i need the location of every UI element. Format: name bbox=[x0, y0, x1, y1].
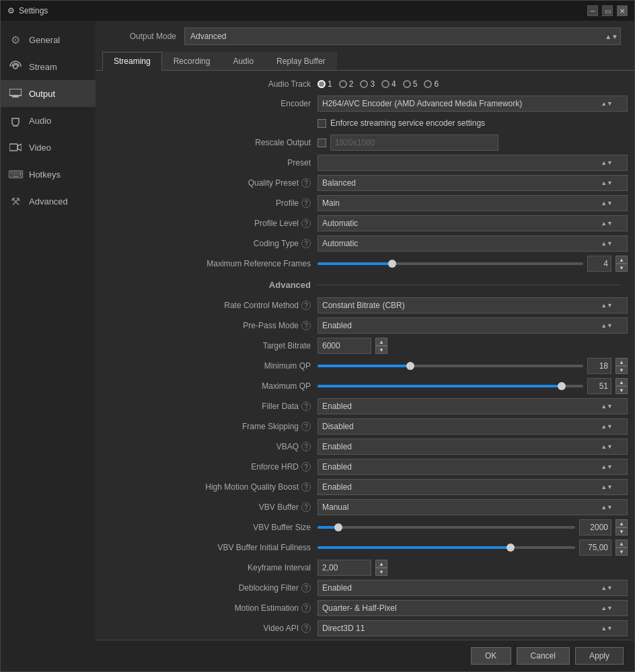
max-qp-input[interactable] bbox=[587, 378, 611, 394]
close-button[interactable]: ✕ bbox=[617, 5, 628, 16]
sidebar-item-output[interactable]: Output bbox=[1, 80, 96, 107]
vbv-buffer-initial-down[interactable]: ▼ bbox=[615, 548, 628, 556]
sidebar-item-general[interactable]: ⚙ General bbox=[1, 26, 96, 53]
encoder-select[interactable]: H264/AVC Encoder (AMD Advanced Media Fra… bbox=[318, 96, 628, 112]
enforce-streaming-checkbox[interactable] bbox=[318, 119, 326, 128]
radio-2[interactable] bbox=[339, 80, 347, 88]
filler-data-help[interactable]: ? bbox=[301, 402, 311, 411]
preset-select[interactable] bbox=[318, 155, 628, 171]
rescale-output-label: Rescale Output bbox=[96, 138, 318, 147]
keyframe-interval-down[interactable]: ▼ bbox=[375, 568, 387, 576]
max-qp-track[interactable] bbox=[318, 385, 583, 387]
sidebar-item-video[interactable]: Video bbox=[1, 134, 96, 161]
vbv-buffer-initial-thumb[interactable] bbox=[507, 544, 515, 552]
filler-data-select[interactable]: Enabled Disabled bbox=[318, 398, 628, 414]
vbv-buffer-size-thumb[interactable] bbox=[334, 523, 342, 531]
sidebar-item-hotkeys[interactable]: ⌨ Hotkeys bbox=[1, 161, 96, 188]
motion-estimation-help[interactable]: ? bbox=[301, 603, 311, 613]
vbv-buffer-size-input[interactable] bbox=[579, 519, 611, 535]
sidebar-label-output: Output bbox=[29, 89, 55, 99]
apply-button[interactable]: Apply bbox=[575, 647, 624, 665]
vbv-buffer-size-down[interactable]: ▼ bbox=[615, 527, 628, 535]
vbv-buffer-initial-up[interactable]: ▲ bbox=[615, 539, 628, 548]
keyframe-interval-input[interactable] bbox=[318, 560, 371, 576]
rescale-output-checkbox[interactable] bbox=[318, 139, 326, 147]
min-qp-input[interactable] bbox=[587, 358, 611, 374]
track-4[interactable]: 4 bbox=[381, 79, 396, 89]
sidebar-item-advanced[interactable]: ⚒ Advanced bbox=[1, 188, 96, 215]
track-5[interactable]: 5 bbox=[403, 79, 418, 89]
deblocking-filter-help[interactable]: ? bbox=[301, 583, 311, 593]
min-qp-track[interactable] bbox=[318, 365, 583, 367]
quality-preset-select[interactable]: Balanced Speed Quality bbox=[318, 175, 628, 191]
vbaq-help[interactable]: ? bbox=[301, 442, 311, 451]
vbv-buffer-initial-track[interactable] bbox=[318, 546, 575, 549]
vbv-buffer-initial-input[interactable] bbox=[579, 539, 611, 556]
tab-recording[interactable]: Recording bbox=[162, 52, 222, 70]
pre-pass-help[interactable]: ? bbox=[301, 321, 311, 330]
coding-type-select[interactable]: Automatic bbox=[318, 235, 628, 252]
frame-skipping-help[interactable]: ? bbox=[301, 422, 311, 431]
ok-button[interactable]: OK bbox=[471, 647, 511, 665]
radio-1[interactable] bbox=[318, 80, 326, 88]
max-ref-frames-track[interactable] bbox=[318, 262, 583, 265]
profile-level-help[interactable]: ? bbox=[301, 219, 311, 228]
high-motion-help[interactable]: ? bbox=[301, 482, 311, 492]
radio-5[interactable] bbox=[403, 80, 411, 88]
max-ref-frames-thumb[interactable] bbox=[388, 260, 396, 268]
track-2[interactable]: 2 bbox=[339, 79, 354, 89]
radio-4[interactable] bbox=[381, 80, 389, 88]
maximize-button[interactable]: ▭ bbox=[602, 5, 613, 16]
coding-type-help[interactable]: ? bbox=[301, 239, 311, 248]
rescale-output-select[interactable]: 1920x1080 bbox=[330, 135, 498, 151]
vbv-buffer-select[interactable]: Manual Auto bbox=[318, 499, 628, 515]
minimize-button[interactable]: ─ bbox=[587, 5, 598, 16]
target-bitrate-input[interactable] bbox=[318, 338, 371, 354]
rate-control-select[interactable]: Constant Bitrate (CBR) Variable Bitrate … bbox=[318, 297, 628, 313]
track-6[interactable]: 6 bbox=[424, 79, 439, 89]
max-ref-frames-down[interactable]: ▼ bbox=[615, 264, 628, 272]
profile-help[interactable]: ? bbox=[301, 198, 311, 208]
video-api-select[interactable]: Direct3D 11 Direct3D 12 bbox=[318, 620, 628, 636]
profile-select[interactable]: Main High Baseline bbox=[318, 195, 628, 211]
vbv-buffer-size-track[interactable] bbox=[318, 526, 575, 529]
sidebar-item-audio[interactable]: Audio bbox=[1, 107, 96, 134]
pre-pass-select[interactable]: Enabled Disabled bbox=[318, 318, 628, 334]
min-qp-thumb[interactable] bbox=[406, 362, 414, 370]
vbaq-select[interactable]: Enabled Disabled bbox=[318, 439, 628, 455]
track-1[interactable]: 1 bbox=[318, 79, 332, 89]
cancel-button[interactable]: Cancel bbox=[517, 647, 570, 665]
min-qp-down[interactable]: ▼ bbox=[615, 366, 628, 374]
max-ref-frames-up[interactable]: ▲ bbox=[615, 256, 628, 264]
tab-streaming[interactable]: Streaming bbox=[102, 52, 162, 71]
min-qp-up[interactable]: ▲ bbox=[615, 358, 628, 366]
high-motion-select[interactable]: Enabled Disabled bbox=[318, 479, 628, 495]
deblocking-filter-select[interactable]: Enabled Disabled bbox=[318, 580, 628, 596]
track-3[interactable]: 3 bbox=[360, 79, 375, 89]
motion-estimation-select[interactable]: Quarter- & Half-Pixel Half-Pixel Full-Pi… bbox=[318, 600, 628, 616]
max-qp-thumb[interactable] bbox=[558, 382, 566, 390]
frame-skipping-select[interactable]: Disabled Enabled bbox=[318, 418, 628, 435]
tab-replay-buffer[interactable]: Replay Buffer bbox=[265, 52, 337, 70]
enforce-hrd-help[interactable]: ? bbox=[301, 462, 311, 472]
target-bitrate-down[interactable]: ▼ bbox=[375, 346, 387, 354]
radio-3[interactable] bbox=[360, 80, 368, 88]
vbv-buffer-help[interactable]: ? bbox=[301, 502, 311, 512]
max-qp-down[interactable]: ▼ bbox=[615, 386, 628, 394]
output-mode-select[interactable]: Advanced Simple bbox=[184, 28, 621, 45]
rate-control-help[interactable]: ? bbox=[301, 301, 311, 310]
vbv-buffer-size-up[interactable]: ▲ bbox=[615, 519, 628, 527]
profile-level-select[interactable]: Automatic bbox=[318, 215, 628, 231]
quality-preset-help[interactable]: ? bbox=[301, 178, 311, 188]
keyframe-interval-up[interactable]: ▲ bbox=[375, 560, 387, 568]
enforce-hrd-select[interactable]: Enabled Disabled bbox=[318, 459, 628, 475]
settings-scroll[interactable]: Audio Track 1 2 bbox=[96, 71, 634, 640]
vbaq-row: VBAQ ? Enabled Disabled ▲▼ bbox=[96, 437, 634, 457]
sidebar-item-stream[interactable]: Stream bbox=[1, 53, 96, 80]
max-qp-up[interactable]: ▲ bbox=[615, 378, 628, 386]
radio-6[interactable] bbox=[424, 80, 432, 88]
tab-audio[interactable]: Audio bbox=[221, 52, 265, 70]
max-ref-frames-input[interactable] bbox=[587, 256, 611, 272]
video-api-help[interactable]: ? bbox=[301, 624, 311, 633]
target-bitrate-up[interactable]: ▲ bbox=[375, 338, 387, 346]
